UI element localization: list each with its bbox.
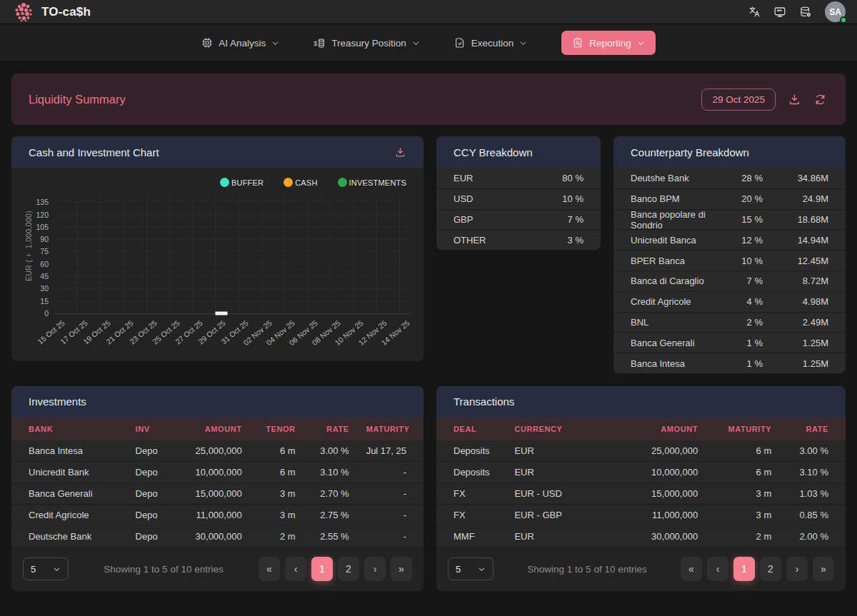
table-row: Banca GeneraliDepo15,000,0003 m2.70 %- — [11, 483, 424, 505]
column-header[interactable]: MATURITY — [358, 418, 424, 440]
counterparty-row: Unicredit Banca12 %14.94M — [613, 229, 846, 250]
table-cell: 25,000,000 — [172, 440, 251, 462]
investments-table: BANKINVAMOUNTTENORRATEMATURITYBanca Inte… — [11, 418, 424, 548]
chevron-down-icon — [519, 39, 527, 47]
topbar: TO-ca$h SA — [0, 0, 857, 24]
chevron-down-icon — [637, 39, 645, 47]
pagination-next-button[interactable]: › — [364, 557, 386, 581]
pagination-page-button[interactable]: 2 — [338, 557, 359, 581]
nav-item-reporting[interactable]: Reporting — [561, 31, 656, 55]
table-cell: 6 m — [251, 440, 304, 462]
table-cell: 30,000,000 — [596, 526, 706, 547]
counterparty-percent: 10 % — [717, 256, 763, 266]
table-cell: Depo — [127, 505, 172, 526]
table-cell: Depo — [127, 440, 172, 462]
legend-item: BUFFER — [220, 178, 264, 187]
card-title: Cash and Investment Chart — [29, 146, 159, 158]
column-header[interactable]: MATURITY — [706, 418, 780, 440]
page-size-value: 5 — [456, 564, 461, 575]
download-icon[interactable] — [788, 93, 801, 106]
table-cell: 3 m — [251, 483, 304, 505]
ccy-label: USD — [453, 193, 518, 204]
column-header[interactable]: BANK — [11, 418, 127, 440]
column-header[interactable]: CURRENCY — [506, 418, 596, 440]
table-cell: 3.10 % — [304, 462, 358, 483]
page-size-value: 5 — [31, 564, 36, 575]
legend-item: CASH — [284, 178, 317, 187]
column-header[interactable]: TENOR — [251, 418, 304, 440]
bar-slot — [79, 196, 90, 313]
bar-slot — [136, 196, 147, 313]
bar-slot — [113, 196, 124, 313]
column-header[interactable]: RATE — [304, 418, 358, 440]
column-header[interactable]: DEAL — [436, 418, 506, 440]
page-size-select[interactable]: 5 — [23, 557, 69, 580]
table-cell: 10,000,000 — [596, 462, 706, 483]
table-cell: 0.85 % — [780, 505, 846, 526]
column-header[interactable]: RATE — [780, 418, 846, 440]
counterparty-percent: 4 % — [717, 296, 763, 307]
translate-icon[interactable] — [748, 6, 761, 18]
bar-slot — [295, 196, 306, 313]
pagination-last-button[interactable]: » — [813, 557, 834, 581]
pagination-last-button[interactable]: » — [391, 557, 412, 581]
pagination-first-button[interactable]: « — [681, 557, 702, 581]
card-header: CCY Breakdown — [436, 136, 601, 168]
pagination-page-button[interactable]: 1 — [733, 557, 755, 581]
chevron-down-icon — [478, 565, 486, 573]
avatar[interactable]: SA — [825, 1, 846, 22]
table-cell: Deposits — [436, 440, 506, 462]
counterparty-row: Banca di Caraglio7 %8.72M — [613, 271, 846, 291]
ccy-label: EUR — [453, 173, 518, 183]
table-cell: - — [358, 526, 424, 547]
card-header: Investments — [11, 386, 424, 418]
nav-label: Execution — [471, 38, 513, 49]
page-size-select[interactable]: 5 — [448, 557, 493, 580]
database-settings-icon[interactable] — [799, 6, 812, 19]
y-axis-tick: 60 — [40, 260, 49, 268]
counterparty-name: Banca Intesa — [631, 358, 717, 369]
ccy-breakdown-card: CCY Breakdown EUR80 %USD10 %GBP7 %OTHER3… — [436, 136, 601, 250]
table-cell: 11,000,000 — [172, 505, 251, 526]
pagination-page-button[interactable]: 1 — [311, 557, 333, 581]
counterparty-percent: 15 % — [717, 214, 763, 225]
table-row: MMFEUR30,000,0002 m2.00 % — [436, 526, 846, 547]
nav-item-treasury-position[interactable]: $ Treasury Position — [314, 37, 420, 49]
pagination-first-button[interactable]: « — [259, 557, 280, 581]
x-axis-labels: 15 Oct 2517 Oct 2519 Oct 2521 Oct 2523 O… — [54, 314, 411, 355]
table-cell: 11,000,000 — [596, 505, 706, 526]
table-row: DepositsEUR10,000,0006 m3.10 % — [436, 462, 846, 483]
ccy-value: 10 % — [518, 193, 583, 204]
card-title: CCY Breakdown — [453, 146, 533, 158]
pagination-prev-button[interactable]: ‹ — [285, 557, 306, 581]
nav-label: AI Analysis — [219, 38, 266, 49]
download-icon[interactable] — [394, 146, 406, 158]
counterparty-amount: 18.68M — [763, 214, 828, 225]
pagination-prev-button[interactable]: ‹ — [707, 557, 728, 581]
card-title: Counterparty Breakdown — [631, 146, 749, 158]
counterparty-name: Credit Agricole — [631, 296, 717, 307]
ccy-label: OTHER — [453, 235, 518, 246]
column-header[interactable]: AMOUNT — [596, 418, 706, 440]
date-picker-button[interactable]: 29 Oct 2025 — [701, 89, 776, 111]
refresh-icon[interactable] — [813, 93, 827, 106]
nav-item-ai-analysis[interactable]: AI Analysis — [201, 37, 279, 49]
table-row: Unicredit BankDepo10,000,0006 m3.10 %- — [11, 462, 424, 483]
bar-slot — [147, 196, 159, 313]
bar-slot — [249, 196, 261, 313]
pagination-page-button[interactable]: 2 — [760, 557, 781, 581]
table-cell: 15,000,000 — [172, 483, 251, 505]
ccy-rows: EUR80 %USD10 %GBP7 %OTHER3 % — [436, 168, 601, 250]
y-axis-tick: 30 — [40, 284, 49, 293]
chevron-down-icon — [53, 565, 61, 573]
table-cell: Depo — [127, 526, 172, 547]
pagination-next-button[interactable]: › — [786, 557, 808, 581]
display-icon[interactable] — [773, 6, 786, 19]
brand: TO-ca$h — [13, 1, 91, 23]
ccy-row: USD10 % — [436, 188, 601, 209]
column-header[interactable]: INV — [127, 418, 172, 440]
bar-slot — [124, 196, 136, 313]
column-header[interactable]: AMOUNT — [172, 418, 251, 440]
counterparty-name: Banca popolare di Sondrio — [631, 209, 717, 231]
nav-item-execution[interactable]: Execution — [454, 37, 527, 49]
